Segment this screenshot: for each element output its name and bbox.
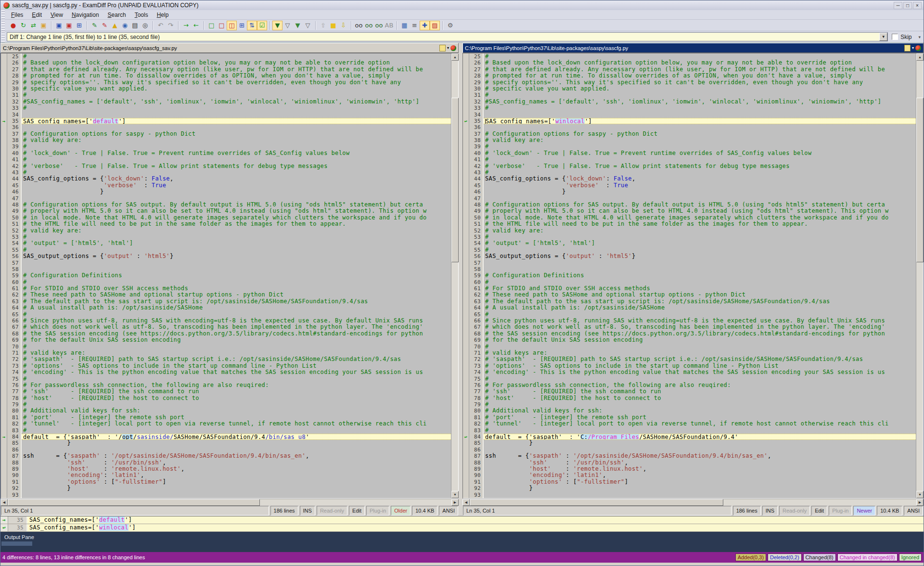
close-button[interactable]: × bbox=[913, 2, 922, 9]
code-line[interactable]: 89 'host' : 'remote.linux.host', bbox=[1, 466, 451, 472]
code-line[interactable]: 90 'encoding': 'latin1', bbox=[463, 472, 916, 478]
print-icon[interactable]: ▤ bbox=[130, 21, 140, 30]
code-line[interactable]: 92 } bbox=[1, 485, 451, 491]
show-filtered-filter-icon[interactable]: ▽ bbox=[303, 21, 313, 30]
code-line[interactable]: 83# bbox=[463, 427, 916, 434]
code-line[interactable]: 25# bbox=[1, 53, 451, 60]
code-line[interactable]: 87ssh = {'saspath' : '/opt/sasinside/SAS… bbox=[463, 453, 916, 459]
menu-item-files[interactable]: Files bbox=[7, 11, 27, 19]
open-compare-icon[interactable]: ● bbox=[8, 21, 18, 30]
second-vscroll-thumb[interactable] bbox=[916, 98, 924, 262]
code-line[interactable]: 51# the HTML file will need to be put in… bbox=[463, 221, 916, 227]
code-line[interactable]: 29# specify options=''. This way it's sp… bbox=[1, 79, 451, 86]
code-line[interactable]: 63# The default path to the sas start up… bbox=[1, 298, 451, 305]
current-diff-combo[interactable]: Diff 1: Change 1 line (35, first file) t… bbox=[7, 32, 888, 41]
code-line[interactable]: 27# that are defined already. Any necess… bbox=[463, 66, 916, 73]
diff-combo-dropdown-icon[interactable]: ▼ bbox=[879, 33, 887, 41]
code-line[interactable]: 91 'options' : ["-fullstimer"] bbox=[1, 479, 451, 485]
code-line[interactable]: 67# which does not work well as utf-8. S… bbox=[1, 324, 451, 330]
scroll-down-icon[interactable]: ▼ bbox=[916, 491, 924, 498]
code-line[interactable]: 58 bbox=[1, 266, 451, 272]
edit-first-file-icon[interactable]: ✎ bbox=[90, 21, 100, 30]
code-line[interactable]: 88 'ssh' : '/usr/bin/ssh', bbox=[1, 460, 451, 466]
prev-change-icon[interactable]: ⇧ bbox=[318, 21, 328, 30]
code-line[interactable]: 80# Additional valid keys for ssh: bbox=[463, 408, 916, 414]
print-preview-icon[interactable]: ◎ bbox=[140, 21, 150, 30]
diff-detail-row[interactable]: →35SAS_config_names=['default'] bbox=[0, 516, 924, 524]
code-line[interactable]: 52# valid key are: bbox=[463, 228, 916, 234]
code-line[interactable]: 40# 'lock_down' - True | False. True = P… bbox=[1, 150, 451, 156]
code-line[interactable]: 57 bbox=[463, 260, 916, 266]
code-line[interactable]: 48# Configuration options for SAS output… bbox=[463, 202, 916, 208]
save-second-file-icon[interactable]: ▣ bbox=[64, 21, 74, 30]
code-line[interactable]: 66# Since python uses utf-8, running SAS… bbox=[463, 318, 916, 324]
current-diff-icon[interactable]: ■ bbox=[328, 21, 338, 30]
second-file-vscrollbar[interactable]: ▲ ▼ bbox=[916, 53, 923, 498]
code-line[interactable]: 64# A usual install path is: /opt/sasins… bbox=[463, 305, 916, 311]
code-line[interactable]: 42# 'verbose' - True | False. True = All… bbox=[1, 163, 451, 169]
code-line[interactable]: 76# For passwordless ssh connection, the… bbox=[463, 382, 916, 388]
first-file-hscrollbar[interactable]: ◀ ▶ bbox=[0, 499, 459, 505]
code-line[interactable]: 33# bbox=[1, 105, 451, 111]
code-line[interactable]: 86 bbox=[1, 447, 451, 453]
code-line[interactable]: 31# bbox=[1, 92, 451, 98]
code-line[interactable]: 47 bbox=[463, 195, 916, 202]
code-line[interactable]: 38# valid key are: bbox=[463, 137, 916, 143]
code-line[interactable]: 93 bbox=[1, 492, 451, 498]
code-line[interactable]: 68# the SAS session encoding (see https:… bbox=[463, 331, 916, 337]
code-line[interactable]: 70# bbox=[1, 344, 451, 350]
code-line[interactable]: 73# 'options' - SAS options to include i… bbox=[463, 363, 916, 369]
diff-detail-row[interactable]: ↩35SAS_config_names=['winlocal'] bbox=[0, 524, 924, 532]
code-line[interactable]: 42# 'verbose' - True | False. True = All… bbox=[463, 163, 916, 169]
code-line[interactable]: 78# 'host' - [REQUIRED] the host to conn… bbox=[1, 395, 451, 401]
code-line[interactable]: 62# These need path to SASHome and optio… bbox=[463, 292, 916, 298]
split-view-icon[interactable]: ◫ bbox=[227, 21, 237, 30]
code-line[interactable]: 49# properly with HTML 5.0 so it can als… bbox=[463, 208, 916, 214]
code-line[interactable]: 73# 'options' - SAS options to include i… bbox=[1, 363, 451, 369]
code-line[interactable]: 45 'verbose' : True bbox=[1, 182, 451, 189]
first-vscroll-thumb[interactable] bbox=[451, 98, 459, 262]
code-line[interactable]: 25# bbox=[463, 53, 916, 60]
code-line[interactable]: 43# bbox=[463, 169, 916, 176]
code-line[interactable]: 46 } bbox=[1, 189, 451, 195]
code-line[interactable]: 53# bbox=[463, 234, 916, 240]
scroll-left-icon[interactable]: ◀ bbox=[462, 499, 470, 506]
code-line[interactable]: 36 bbox=[1, 124, 451, 130]
code-line[interactable]: ↩84default = {'saspath' : 'C:/Program Fi… bbox=[463, 434, 916, 440]
code-line[interactable]: 37# Configuration options for saspy - py… bbox=[463, 131, 916, 137]
prev-diff-icon[interactable]: ← bbox=[191, 21, 201, 30]
code-line[interactable]: 89 'host' : 'remote.linux.host', bbox=[463, 466, 916, 472]
first-file-save-icon[interactable] bbox=[439, 45, 446, 51]
code-line[interactable]: 68# the SAS session encoding (see https:… bbox=[1, 331, 451, 337]
second-file-code[interactable]: 25#26# Based upon the lock_down configur… bbox=[463, 53, 916, 498]
show-options-icon[interactable]: ☑ bbox=[257, 21, 267, 30]
menu-item-help[interactable]: Help bbox=[153, 11, 173, 19]
code-line[interactable]: 26# Based upon the lock_down configurati… bbox=[1, 60, 451, 66]
code-line[interactable]: 71# valid keys are: bbox=[463, 350, 916, 356]
code-line[interactable]: 51# the HTML file will need to be put in… bbox=[1, 221, 451, 227]
menu-item-search[interactable]: Search bbox=[103, 11, 130, 19]
code-line[interactable]: 38# valid key are: bbox=[1, 137, 451, 143]
scroll-right-icon[interactable]: ▶ bbox=[916, 499, 924, 506]
code-line[interactable]: 39# bbox=[1, 143, 451, 150]
code-line[interactable]: 29# specify options=''. This way it's sp… bbox=[463, 79, 916, 86]
code-line[interactable]: 62# These need path to SASHome and optio… bbox=[1, 292, 451, 298]
code-line[interactable]: 40# 'lock_down' - True | False. True = P… bbox=[463, 150, 916, 156]
code-line[interactable]: 82# 'tunnel' - [integer] local port to o… bbox=[1, 421, 451, 427]
code-line[interactable]: 31# bbox=[463, 92, 916, 98]
redo-icon[interactable]: ↷ bbox=[166, 21, 176, 30]
code-line[interactable]: 60# bbox=[1, 279, 451, 285]
swap-panes-icon[interactable]: ⇄ bbox=[28, 21, 38, 30]
code-line[interactable]: 70# bbox=[463, 344, 916, 350]
menu-item-view[interactable]: View bbox=[46, 11, 67, 19]
code-line[interactable]: 48# Configuration options for SAS output… bbox=[1, 202, 451, 208]
code-line[interactable]: 58 bbox=[463, 266, 916, 272]
code-line[interactable]: 93 bbox=[463, 492, 916, 498]
code-line[interactable]: 56SAS_output_options = {'output' : 'html… bbox=[1, 253, 451, 259]
second-file-header-caret-icon[interactable]: ▾ bbox=[912, 46, 914, 50]
match-case-icon[interactable]: AB bbox=[384, 21, 394, 30]
diff-marker-icon[interactable]: → bbox=[1, 118, 7, 124]
synchronize-icon[interactable]: ⇅ bbox=[247, 21, 257, 30]
code-line[interactable]: 83# bbox=[1, 427, 451, 434]
first-file-vscrollbar[interactable]: ▲ ▼ bbox=[451, 53, 458, 498]
